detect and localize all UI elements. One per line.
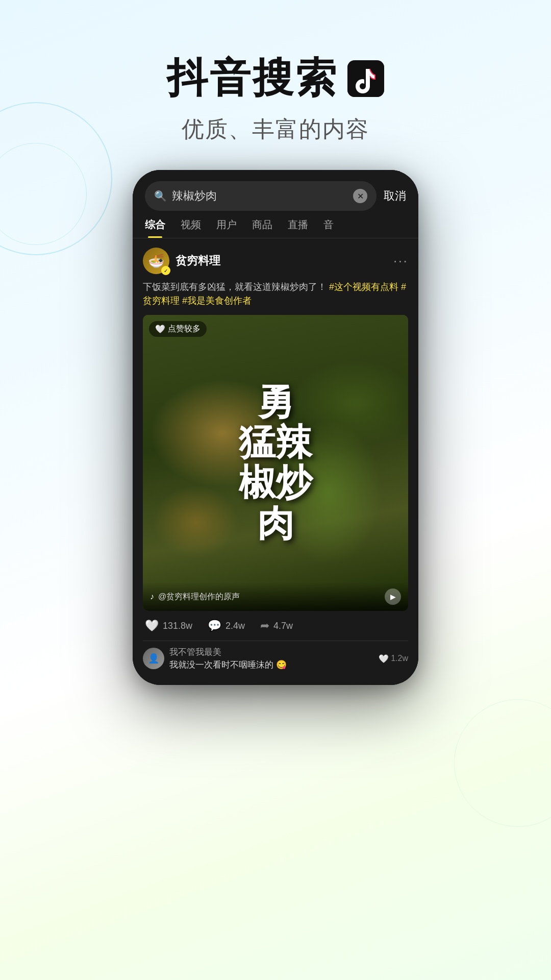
tab-label-综合: 综合 <box>145 219 165 230</box>
likes-count: 131.8w <box>163 621 192 631</box>
search-clear-button[interactable]: ✕ <box>353 189 367 203</box>
creator-avatar-wrap: 🍜 ✓ <box>143 248 169 274</box>
video-title-line3: 椒炒 <box>239 463 312 503</box>
play-button[interactable]: ▶ <box>385 589 401 605</box>
hashtag-3[interactable]: #我是美食创作者 <box>182 296 252 306</box>
avatar-image: 🍜 <box>148 253 164 269</box>
app-title: 抖音搜索 <box>0 51 551 106</box>
shares-count: 4.7w <box>273 621 293 631</box>
tab-label-商品: 商品 <box>252 219 272 230</box>
play-icon: ▶ <box>390 593 396 601</box>
tab-综合[interactable]: 综合 <box>145 218 165 238</box>
comment-text: 我就没一次看时不咽唾沫的 😋 <box>169 659 373 671</box>
verified-badge: ✓ <box>161 266 170 275</box>
post-description: 下饭菜到底有多凶猛，就看这道辣椒炒肉了！ #这个视频有点料 #贫穷料理 #我是美… <box>143 280 408 308</box>
tab-label-音: 音 <box>323 219 334 230</box>
post-desc-text: 下饭菜到底有多凶猛，就看这道辣椒炒肉了！ <box>143 282 327 292</box>
creator-name[interactable]: 贫穷料理 <box>176 253 220 268</box>
phone-inner: 🔍 辣椒炒肉 ✕ 取消 综合 视频 用户 <box>133 170 418 685</box>
like-badge-text: 点赞较多 <box>168 324 201 334</box>
comment-likes-count: 1.2w <box>391 654 408 663</box>
likes-stat[interactable]: 🤍 131.8w <box>145 619 192 632</box>
tab-label-视频: 视频 <box>181 219 201 230</box>
hashtag-1[interactable]: #这个视频有点料 <box>329 282 398 292</box>
tiktok-small-icon: ♪ <box>150 592 154 601</box>
comment-likes: 🤍 1.2w <box>379 654 408 664</box>
clear-icon: ✕ <box>357 191 364 201</box>
tab-直播[interactable]: 直播 <box>288 218 308 238</box>
comment-username[interactable]: 我不管我最美 <box>169 646 373 658</box>
tab-label-用户: 用户 <box>216 219 237 230</box>
video-bottom-bar: ♪ @贫穷料理创作的原声 ▶ <box>143 582 408 611</box>
comment-like-icon: 🤍 <box>379 654 389 664</box>
comments-count: 2.4w <box>226 621 245 631</box>
shares-stat[interactable]: ➦ 4.7w <box>260 619 293 632</box>
search-box[interactable]: 🔍 辣椒炒肉 ✕ <box>145 181 377 211</box>
verified-icon: ✓ <box>164 268 168 274</box>
video-title-overlay: 勇 猛辣 椒炒 肉 <box>239 382 312 544</box>
video-title-line1: 勇 <box>239 382 312 423</box>
tabs-area: 综合 视频 用户 商品 直播 音 <box>133 211 418 238</box>
tiktok-logo-icon <box>347 60 384 97</box>
phone-container: 🔍 辣椒炒肉 ✕ 取消 综合 视频 用户 <box>92 170 459 685</box>
video-sound-text: @贫穷料理创作的原声 <box>158 592 381 602</box>
content-area: 🍜 ✓ 贫穷料理 ··· 下饭菜到底有多凶猛，就看这道辣椒炒肉了！ #这个视频有… <box>133 238 418 685</box>
comment-avatar-icon: 👤 <box>148 653 159 664</box>
more-options-button[interactable]: ··· <box>393 253 408 269</box>
tab-视频[interactable]: 视频 <box>181 218 201 238</box>
comment-content: 我不管我最美 我就没一次看时不咽唾沫的 😋 <box>169 646 373 671</box>
comment-preview: 👤 我不管我最美 我就没一次看时不咽唾沫的 😋 🤍 1.2w <box>143 641 408 676</box>
creator-row: 🍜 ✓ 贫穷料理 ··· <box>143 248 408 274</box>
tab-用户[interactable]: 用户 <box>216 218 237 238</box>
search-area: 🔍 辣椒炒肉 ✕ 取消 <box>133 170 418 211</box>
video-thumbnail[interactable]: 🤍 点赞较多 勇 猛辣 椒炒 肉 ♪ @贫穷料理创作的原声 ▶ <box>143 315 408 611</box>
comment-icon: 💬 <box>208 619 221 632</box>
like-icon: 🤍 <box>145 619 159 632</box>
cancel-button[interactable]: 取消 <box>384 188 406 204</box>
like-badge: 🤍 点赞较多 <box>149 321 207 337</box>
video-title-line2: 猛辣 <box>239 423 312 463</box>
tab-商品[interactable]: 商品 <box>252 218 272 238</box>
video-title-line4: 肉 <box>239 503 312 544</box>
tab-label-直播: 直播 <box>288 219 308 230</box>
phone-frame: 🔍 辣椒炒肉 ✕ 取消 综合 视频 用户 <box>133 170 418 685</box>
app-title-text: 抖音搜索 <box>167 51 338 106</box>
heart-icon-small: 🤍 <box>155 324 165 334</box>
bg-decoration-3 <box>454 699 551 827</box>
comment-avatar: 👤 <box>143 648 164 669</box>
comments-stat[interactable]: 💬 2.4w <box>208 619 245 632</box>
stats-row: 🤍 131.8w 💬 2.4w ➦ 4.7w <box>143 619 408 632</box>
search-icon: 🔍 <box>154 190 167 202</box>
tab-音[interactable]: 音 <box>323 218 334 238</box>
share-icon: ➦ <box>260 619 269 632</box>
creator-info: 🍜 ✓ 贫穷料理 <box>143 248 220 274</box>
search-query-text: 辣椒炒肉 <box>172 188 348 204</box>
